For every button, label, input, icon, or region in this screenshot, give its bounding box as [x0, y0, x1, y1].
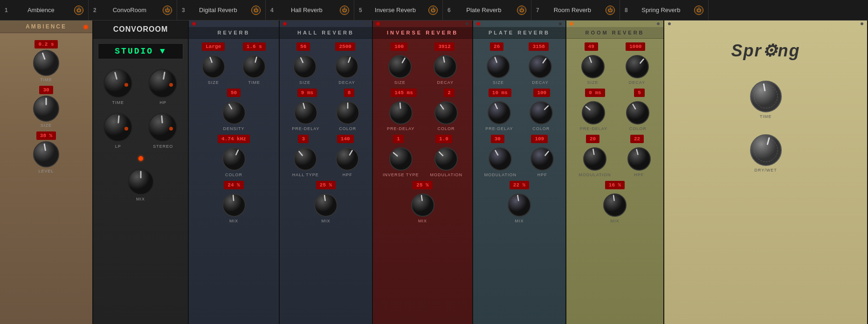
hall-color-value[interactable]: 8	[344, 89, 355, 97]
convoroom-preset[interactable]: STUDIO ▼	[98, 43, 183, 59]
room-modulation-value[interactable]: 20	[586, 135, 599, 143]
room-predelay-knob[interactable]	[581, 101, 606, 125]
plate-mix-label: MIX	[515, 219, 524, 223]
convoroom-stereo-knob[interactable]	[148, 112, 178, 143]
room-mix-value[interactable]: 16 %	[605, 181, 625, 189]
tab-7-power[interactable]: ⏻	[606, 6, 615, 15]
tab-4-power[interactable]: ⏻	[340, 6, 349, 15]
tab-5[interactable]: 5 Inverse Reverb ⏻	[354, 0, 443, 20]
hall-predelay-knob[interactable]	[294, 101, 318, 125]
spring-drywet-knob[interactable]	[750, 134, 782, 166]
ambience-level-knob[interactable]	[33, 141, 60, 168]
reverb-color-value[interactable]: 4.74 kHz	[218, 135, 250, 143]
tab-6-power[interactable]: ⏻	[517, 6, 526, 15]
tab-3-power[interactable]: ⏻	[251, 6, 261, 15]
reverb-mix-knob[interactable]	[222, 193, 246, 217]
plate-modulation-knob[interactable]	[488, 147, 512, 171]
room-color-knob[interactable]	[626, 101, 650, 125]
inverse-mix-value[interactable]: 25 %	[413, 181, 432, 189]
ambience-level-value[interactable]: 38 %	[36, 131, 56, 140]
tab-5-power[interactable]: ⏻	[428, 6, 438, 15]
tab-4[interactable]: 4 Hall Reverb ⏻	[266, 0, 354, 20]
plate-mix-value[interactable]: 22 %	[510, 181, 529, 189]
plate-predelay-knob[interactable]	[487, 101, 511, 125]
inverse-modulation-value[interactable]: 1.0	[435, 135, 452, 143]
convoroom-hp-knob[interactable]	[148, 69, 178, 99]
tab-6[interactable]: 6 Plate Reverb ⏻	[443, 0, 531, 20]
room-color-value[interactable]: 5	[634, 89, 645, 97]
plate-color-knob[interactable]	[529, 101, 553, 125]
ambience-size-knob[interactable]	[33, 95, 60, 122]
reverb-color-knob[interactable]	[222, 147, 246, 171]
tab-2[interactable]: 2 ConvoRoom ⏻	[89, 0, 177, 20]
room-decay-knob[interactable]	[625, 55, 649, 79]
tab-3[interactable]: 3 Digital Reverb ⏻	[177, 0, 266, 20]
room-hpf-value[interactable]: 22	[630, 135, 644, 143]
reverb-density-knob[interactable]	[222, 101, 246, 125]
reverb-size-value[interactable]: Large	[202, 42, 225, 51]
inverse-size-knob[interactable]	[388, 55, 412, 79]
tab-1[interactable]: 1 Ambience ⏻	[0, 0, 89, 20]
convoroom-mix-knob[interactable]	[127, 168, 154, 195]
hall-mix-knob[interactable]	[314, 193, 338, 217]
plate-mix-knob[interactable]	[507, 193, 531, 217]
reverb-density-value[interactable]: 50	[227, 89, 241, 97]
room-size-value[interactable]: 49	[585, 42, 598, 51]
convoroom-lp-knob[interactable]	[103, 112, 133, 143]
plate-color-value[interactable]: 100	[533, 89, 550, 97]
inverse-size-value[interactable]: 100	[391, 42, 407, 51]
ambience-size-value[interactable]: 30	[39, 86, 53, 94]
inverse-mix-knob[interactable]	[411, 193, 435, 217]
room-hpf-knob[interactable]	[627, 147, 651, 171]
plate-predelay-value[interactable]: 10 ms	[489, 89, 511, 97]
inverse-decay-value[interactable]: 3912	[434, 42, 454, 51]
plate-decay-knob[interactable]	[528, 55, 552, 79]
hall-decay-value[interactable]: 2500	[335, 42, 355, 51]
tab-3-number: 3	[182, 7, 185, 14]
hall-size-value[interactable]: 56	[296, 42, 310, 51]
hall-mix-value[interactable]: 25 %	[316, 181, 336, 189]
hall-hpf-value[interactable]: 140	[337, 135, 354, 143]
plate-decay-value[interactable]: 3158	[529, 42, 548, 51]
plate-size-value[interactable]: 26	[490, 42, 503, 51]
hall-halltype-value[interactable]: 3	[298, 135, 309, 143]
room-size-knob[interactable]	[581, 55, 605, 79]
inverse-invtype-knob[interactable]	[389, 147, 413, 171]
inverse-predelay-group: PRE-DELAY	[387, 101, 414, 131]
room-modulation-knob[interactable]	[583, 147, 607, 171]
ambience-time-knob[interactable]	[33, 49, 60, 76]
tab-8-power[interactable]: ⏻	[694, 6, 703, 15]
reverb-time-value[interactable]: 1.6 s	[243, 42, 266, 51]
tab-2-power[interactable]: ⏻	[163, 6, 172, 15]
ambience-time-value[interactable]: 0.2 s	[34, 40, 57, 48]
plate-hpf-value[interactable]: 109	[531, 135, 548, 143]
reverb-size-knob[interactable]	[201, 55, 226, 79]
hall-halltype-knob[interactable]	[293, 147, 317, 171]
inverse-predelay-knob[interactable]	[389, 101, 413, 125]
room-mix-knob[interactable]	[603, 193, 627, 217]
inverse-predelay-value[interactable]: 145 ms	[391, 89, 417, 97]
inverse-decay-knob[interactable]	[433, 55, 457, 79]
inverse-invtype-value[interactable]: 1	[393, 135, 404, 143]
tab-7[interactable]: 7 Room Reverb ⏻	[531, 0, 620, 20]
inverse-modulation-knob[interactable]	[434, 147, 458, 171]
room-predelay-value[interactable]: 0 ms	[585, 89, 605, 97]
convoroom-time-knob[interactable]	[103, 69, 133, 99]
hall-size-knob[interactable]	[293, 55, 317, 79]
tab-1-power[interactable]: ⏻	[74, 6, 83, 15]
hall-color-knob[interactable]	[336, 101, 360, 125]
spring-time-knob[interactable]	[750, 80, 782, 113]
inverse-color-knob[interactable]	[434, 101, 458, 125]
reverb-mix-value[interactable]: 24 %	[224, 181, 243, 189]
hall-predelay-value[interactable]: 9 ms	[297, 89, 317, 97]
reverb-time-knob[interactable]	[242, 55, 266, 79]
inverse-color-value[interactable]: 2	[444, 89, 455, 97]
room-color-label: COLOR	[629, 126, 647, 131]
plate-size-knob[interactable]	[486, 55, 510, 79]
hall-decay-knob[interactable]	[335, 55, 359, 79]
plate-modulation-value[interactable]: 30	[491, 135, 504, 143]
tab-8[interactable]: 8 Spring Reverb ⏻	[620, 0, 709, 20]
hall-hpf-knob[interactable]	[335, 147, 359, 171]
plate-hpf-knob[interactable]	[530, 147, 554, 171]
room-decay-value[interactable]: 1000	[626, 42, 645, 51]
